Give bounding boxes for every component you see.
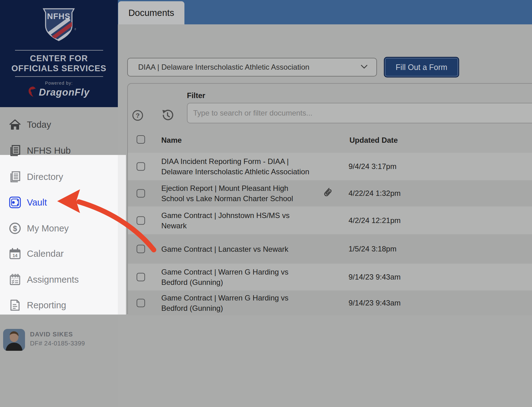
sidebar-item-my-money[interactable]: $My Money — [0, 219, 118, 238]
directory-icon — [9, 171, 21, 183]
row-checkbox[interactable] — [137, 162, 145, 171]
org-name-line2: OFFICIALS SERVICES — [0, 63, 118, 73]
money-icon: $ — [9, 222, 21, 235]
svg-text:14: 14 — [13, 253, 18, 258]
organization-select-value: DIAA | Delaware Interscholastic Athletic… — [138, 63, 361, 72]
sidebar: NFHS ® CENTER FOR OFFICIALS SERVICES Pow… — [0, 0, 118, 407]
tab-documents[interactable]: Documents — [118, 1, 184, 24]
table-row[interactable]: DIAA Incident Reporting Form - DIAA | De… — [128, 153, 532, 180]
svg-text:?: ? — [136, 112, 140, 119]
sidebar-item-label: Today — [27, 120, 51, 130]
sidebar-item-nfhs-hub[interactable]: NFHS Hub — [0, 141, 118, 160]
help-icon[interactable]: ? — [132, 110, 143, 122]
document-name: Game Contract | Johnstown HS/MS vs Newar… — [161, 210, 311, 231]
document-updated-date: 9/14/23 9:43am — [349, 273, 401, 281]
table-row[interactable]: Ejection Report | Mount Pleasant High Sc… — [128, 180, 532, 206]
fill-out-form-button[interactable]: Fill Out a Form — [384, 57, 459, 77]
dragonfly-swirl-icon — [28, 86, 37, 99]
tab-documents-label: Documents — [128, 8, 174, 18]
powered-by-brand: DragonFly — [39, 87, 89, 98]
column-header-name: Name — [161, 136, 182, 145]
sidebar-item-directory[interactable]: Directory — [0, 167, 118, 186]
home-icon — [9, 118, 21, 131]
org-name-line1: CENTER FOR — [0, 53, 118, 63]
chevron-down-icon — [361, 64, 368, 70]
table-row[interactable]: Game Contract | Warren G Harding vs Bedf… — [128, 290, 532, 315]
document-name: Game Contract | Lancaster vs Newark — [161, 244, 311, 254]
row-checkbox[interactable] — [137, 299, 145, 307]
sidebar-item-label: Assignments — [27, 275, 79, 285]
assignments-icon — [9, 273, 21, 286]
sidebar-item-assignments[interactable]: Assignments — [0, 270, 118, 289]
sidebar-item-label: NFHS Hub — [27, 146, 71, 156]
document-updated-date: 4/2/24 12:21pm — [349, 216, 401, 225]
sidebar-item-label: My Money — [27, 223, 69, 234]
sidebar-item-reporting[interactable]: Reporting — [0, 296, 118, 315]
divider — [15, 76, 103, 77]
document-updated-date: 9/14/23 9:43am — [349, 299, 401, 307]
svg-text:NFHS: NFHS — [47, 12, 71, 21]
brand-header: NFHS ® CENTER FOR OFFICIALS SERVICES Pow… — [0, 0, 118, 107]
attachment-paperclip-icon — [322, 187, 333, 199]
profile-name: DAVID SIKES — [30, 331, 85, 338]
organization-select[interactable]: DIAA | Delaware Interscholastic Athletic… — [127, 58, 377, 77]
svg-text:$: $ — [13, 224, 17, 233]
history-icon[interactable] — [161, 109, 174, 123]
document-name: Game Contract | Warren G Harding vs Bedf… — [161, 267, 311, 287]
filter-label: Filter — [187, 91, 205, 100]
profile-df-number: DF# 24-0185-3399 — [30, 340, 85, 347]
calendar-icon: 14 — [9, 247, 21, 260]
column-header-updated-date: Updated Date — [349, 136, 398, 145]
svg-text:®: ® — [74, 27, 76, 31]
divider — [15, 50, 103, 51]
table-row[interactable]: Game Contract | Lancaster vs Newark1/5/2… — [128, 234, 532, 264]
sidebar-item-label: Directory — [27, 172, 63, 182]
nfhs-shield-logo: NFHS ® — [42, 8, 76, 41]
document-name: Ejection Report | Mount Pleasant High Sc… — [161, 183, 311, 204]
search-input[interactable] — [187, 103, 532, 123]
avatar — [3, 329, 25, 351]
sidebar-item-today[interactable]: Today — [0, 115, 118, 134]
app-window: NFHS ® CENTER FOR OFFICIALS SERVICES Pow… — [0, 0, 532, 407]
sidebar-item-vault[interactable]: Vault — [0, 193, 118, 212]
document-updated-date: 1/5/24 3:18pm — [349, 245, 396, 253]
row-checkbox[interactable] — [137, 245, 145, 253]
document-name: DIAA Incident Reporting Form - DIAA | De… — [161, 156, 311, 177]
row-checkbox[interactable] — [137, 216, 145, 225]
row-checkbox[interactable] — [137, 273, 145, 281]
sidebar-item-label: Calendar — [27, 249, 64, 259]
org-name-block: CENTER FOR OFFICIALS SERVICES — [0, 50, 118, 77]
hub-icon — [9, 144, 21, 157]
documents-table: DIAA Incident Reporting Form - DIAA | De… — [128, 153, 532, 315]
reporting-icon — [9, 299, 21, 311]
select-all-checkbox[interactable] — [137, 135, 145, 144]
powered-by-label: Powered by: — [0, 81, 118, 86]
vault-icon — [9, 196, 21, 209]
document-name: Game Contract | Warren G Harding vs Bedf… — [161, 293, 311, 313]
main-content: Documents DIAA | Delaware Interscholasti… — [118, 0, 532, 407]
table-row[interactable]: Game Contract | Warren G Harding vs Bedf… — [128, 264, 532, 290]
document-updated-date: 4/22/24 1:32pm — [349, 189, 401, 198]
profile-section[interactable]: DAVID SIKES DF# 24-0185-3399 — [3, 329, 85, 351]
document-updated-date: 9/4/24 3:17pm — [349, 162, 396, 171]
fill-out-form-label: Fill Out a Form — [396, 63, 447, 72]
sidebar-item-label: Reporting — [27, 300, 66, 310]
sidebar-item-label: Vault — [27, 197, 47, 208]
row-checkbox[interactable] — [137, 189, 145, 198]
table-row[interactable]: Game Contract | Johnstown HS/MS vs Newar… — [128, 206, 532, 234]
powered-by-block: Powered by: DragonFly — [0, 81, 118, 99]
sidebar-item-calendar[interactable]: 14Calendar — [0, 244, 118, 263]
